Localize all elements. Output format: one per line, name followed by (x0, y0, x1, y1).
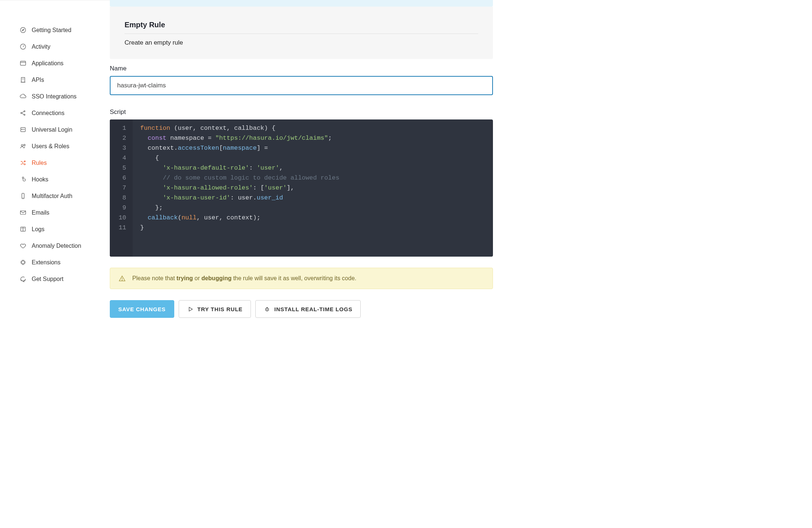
sidebar-item-rules[interactable]: Rules (19, 154, 110, 171)
sidebar-item-label: SSO Integrations (32, 93, 77, 100)
line-number: 6 (119, 173, 126, 183)
sidebar-item-getting-started[interactable]: Getting Started (19, 22, 110, 38)
editor-gutter: 1 2 3 4 5 6 7 8 9 10 11 (110, 119, 133, 257)
svg-line-15 (22, 113, 24, 114)
svg-point-13 (24, 114, 25, 115)
line-number: 2 (119, 133, 126, 143)
sidebar-item-hooks[interactable]: Hooks (19, 171, 110, 188)
cloud-icon (19, 93, 27, 100)
svg-rect-29 (21, 261, 24, 264)
svg-point-21 (22, 177, 24, 178)
book-icon (19, 226, 27, 233)
sidebar: Getting Started Activity Applications AP… (0, 0, 110, 528)
name-label: Name (110, 65, 493, 72)
sidebar-item-sso-integrations[interactable]: SSO Integrations (19, 88, 110, 105)
sidebar-item-label: Getting Started (32, 27, 71, 34)
svg-point-11 (21, 112, 22, 114)
button-label: Install Real-time Logs (274, 306, 352, 312)
svg-point-17 (21, 129, 22, 130)
sidebar-item-applications[interactable]: Applications (19, 55, 110, 72)
svg-rect-24 (20, 211, 25, 215)
shuffle-icon (19, 159, 27, 167)
share-icon (19, 110, 27, 117)
svg-rect-5 (21, 77, 25, 82)
line-number: 5 (119, 163, 126, 173)
info-banner (110, 0, 493, 7)
sidebar-item-label: Users & Roles (32, 143, 69, 150)
line-number: 7 (119, 183, 126, 193)
login-box-icon (19, 126, 27, 133)
svg-line-44 (268, 309, 269, 309)
svg-point-0 (20, 27, 25, 32)
svg-point-19 (21, 145, 23, 146)
rule-header-card: Empty Rule Create an empty rule (110, 7, 493, 59)
try-rule-button[interactable]: Try this rule (179, 300, 251, 318)
svg-line-14 (22, 112, 24, 113)
sidebar-item-label: Connections (32, 110, 64, 117)
code-editor[interactable]: 1 2 3 4 5 6 7 8 9 10 11 function (user, … (110, 119, 493, 257)
sidebar-item-label: Emails (32, 209, 49, 216)
warning-icon (118, 275, 126, 282)
sidebar-item-label: Applications (32, 60, 63, 67)
line-number: 4 (119, 153, 126, 163)
line-number: 11 (119, 223, 126, 233)
svg-point-39 (122, 279, 122, 280)
sidebar-item-universal-login[interactable]: Universal Login (19, 121, 110, 138)
editor-code[interactable]: function (user, context, callback) { con… (133, 119, 347, 257)
gauge-icon (19, 43, 27, 51)
chat-icon (19, 275, 27, 283)
chip-icon (19, 259, 27, 266)
rule-title: Empty Rule (125, 21, 478, 34)
line-number: 3 (119, 143, 126, 153)
warning-banner: Please note that trying or debugging the… (110, 268, 493, 289)
sidebar-item-anomaly-detection[interactable]: Anomaly Detection (19, 237, 110, 254)
rule-subtitle: Create an empty rule (125, 39, 478, 46)
heart-icon (19, 242, 27, 250)
svg-marker-40 (189, 307, 192, 311)
building-icon (19, 76, 27, 84)
sidebar-item-logs[interactable]: Logs (19, 221, 110, 237)
line-number: 1 (119, 123, 126, 133)
main-content: Empty Rule Create an empty rule Name Scr… (110, 0, 493, 528)
name-input[interactable] (110, 76, 493, 95)
line-number: 10 (119, 213, 126, 223)
svg-point-20 (24, 144, 25, 146)
svg-line-43 (265, 309, 266, 309)
button-label: Try this rule (197, 306, 243, 312)
line-number: 8 (119, 193, 126, 203)
sidebar-item-multifactor-auth[interactable]: Multifactor Auth (19, 188, 110, 204)
svg-line-45 (265, 310, 266, 310)
save-changes-button[interactable]: Save changes (110, 300, 174, 318)
svg-marker-1 (22, 29, 24, 31)
sidebar-item-label: Get Support (32, 276, 63, 282)
device-icon (19, 192, 27, 200)
sidebar-item-label: Extensions (32, 259, 60, 266)
mail-icon (19, 209, 27, 216)
play-icon (187, 306, 194, 312)
install-logs-button[interactable]: Install Real-time Logs (255, 300, 361, 318)
sidebar-item-activity[interactable]: Activity (19, 38, 110, 55)
sidebar-item-label: Logs (32, 226, 45, 233)
sidebar-item-emails[interactable]: Emails (19, 204, 110, 221)
line-number: 9 (119, 203, 126, 213)
sidebar-item-connections[interactable]: Connections (19, 105, 110, 121)
svg-point-12 (24, 111, 25, 112)
script-label: Script (110, 108, 493, 116)
sidebar-item-label: APIs (32, 77, 44, 83)
sidebar-item-get-support[interactable]: Get Support (19, 271, 110, 287)
svg-line-46 (268, 310, 269, 310)
sidebar-item-users-roles[interactable]: Users & Roles (19, 138, 110, 154)
sidebar-item-label: Rules (32, 160, 47, 166)
bug-icon (264, 306, 270, 312)
sidebar-item-apis[interactable]: APIs (19, 72, 110, 88)
svg-rect-3 (20, 61, 25, 65)
sidebar-item-extensions[interactable]: Extensions (19, 254, 110, 271)
sidebar-item-label: Universal Login (32, 126, 72, 133)
sidebar-item-label: Anomaly Detection (32, 243, 81, 249)
users-icon (19, 143, 27, 150)
warning-text: Please note that trying or debugging the… (132, 275, 356, 282)
app-window-icon (19, 60, 27, 67)
sidebar-item-label: Multifactor Auth (32, 193, 72, 199)
sidebar-item-label: Activity (32, 44, 50, 50)
compass-icon (19, 27, 27, 34)
